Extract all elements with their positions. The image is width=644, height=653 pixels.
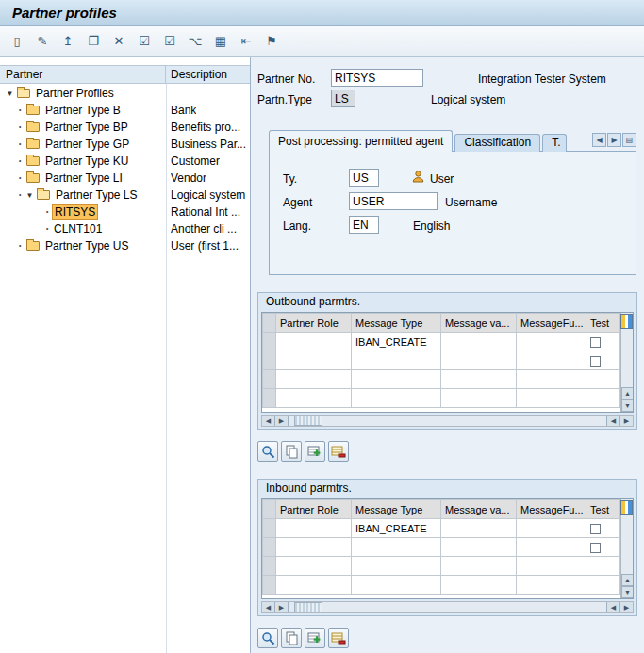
col-partner-role[interactable]: Partner Role [276,314,352,333]
tree-root-partner-profiles[interactable]: ▼ Partner Profiles [0,85,250,102]
outbound-copy-row-button[interactable] [281,441,302,462]
tab-classification[interactable]: Classification [454,134,540,152]
hierarchy-icon[interactable]: ⌥ [186,32,205,51]
scroll-up-icon[interactable]: ▲ [621,387,634,400]
cell-message-function[interactable] [517,519,586,538]
col-message-variant[interactable]: Message va... [441,314,517,333]
tab-telephony[interactable]: T. [542,134,567,152]
scroll-tabs-left-button[interactable]: ◀ [592,133,606,147]
table-row[interactable] [263,576,620,595]
inbound-delete-row-button[interactable] [328,628,349,648]
cell-message-type[interactable]: IBAN_CREATE [352,333,441,351]
table-settings-icon[interactable] [620,314,633,332]
cell-test[interactable] [586,538,620,557]
row-selector[interactable] [263,389,276,408]
cell-test[interactable] [586,351,620,370]
outbound-delete-row-button[interactable] [328,441,349,462]
col-partner-role[interactable]: Partner Role [276,500,352,519]
select-all-cell[interactable] [263,314,276,333]
row-selector[interactable] [263,557,276,576]
col-message-variant[interactable]: Message va... [441,500,517,519]
test-checkbox[interactable] [590,524,601,534]
tree-item-partner-type-ku[interactable]: · Partner Type KU Customer [0,153,250,170]
horizontal-scrollbar[interactable]: ◀ ▶ ◀ ▶ [261,601,634,613]
agent-type-field[interactable] [349,169,379,187]
test-checkbox[interactable] [590,337,601,348]
scroll-down-icon[interactable]: ▼ [621,586,634,598]
cell-test[interactable] [586,333,620,351]
check-consistency-icon[interactable]: ☑ [135,32,154,51]
scroll-tabs-right-button[interactable]: ▶ [607,133,621,147]
horizontal-scrollbar[interactable]: ◀ ▶ ◀ ▶ [261,415,634,427]
table-row[interactable] [263,557,620,576]
scroll-right-icon[interactable]: ▶ [275,416,289,426]
col-message-function[interactable]: MessageFu... [517,500,586,519]
col-message-function[interactable]: MessageFu... [517,314,586,333]
row-selector[interactable] [263,333,276,351]
col-message-type[interactable]: Message Type [352,314,441,333]
row-selector[interactable] [263,519,276,538]
table-row[interactable]: IBAN_CREATE [263,519,620,538]
col-message-type[interactable]: Message Type [352,500,441,519]
scroll-up-icon[interactable]: ▲ [621,574,634,586]
scrollbar-thumb[interactable] [294,602,322,612]
table-row[interactable] [263,370,620,389]
tree-item-ritsys[interactable]: · RITSYS Rational Int ... [0,204,250,220]
collapse-icon[interactable]: ▼ [5,90,15,98]
tree-item-partner-type-li[interactable]: · Partner Type LI Vendor [0,170,250,187]
tree-item-partner-type-ls[interactable]: · ▼ Partner Type LS Logical system [0,187,250,204]
change-icon[interactable]: ✎ [33,32,52,51]
check-agent-icon[interactable]: ☑ [160,32,179,51]
move-up-icon[interactable]: ↥ [58,32,77,51]
scroll-right-icon[interactable]: ▶ [275,602,289,612]
outbound-detail-button[interactable] [257,441,278,462]
scroll-left-icon[interactable]: ◀ [606,602,619,612]
outbound-insert-row-button[interactable] [305,441,325,462]
inbound-copy-row-button[interactable] [281,628,302,648]
test-checkbox[interactable] [590,356,601,367]
note-icon[interactable]: ⚑ [262,32,281,51]
language-field[interactable] [349,216,379,234]
row-selector[interactable] [263,351,276,370]
tree-column-partner[interactable]: Partner [0,66,166,83]
inbound-detail-button[interactable] [257,628,278,648]
tree-item-partner-type-bp[interactable]: · Partner Type BP Benefits pro... [0,119,250,136]
cell-partner-role[interactable] [276,333,352,351]
tree-item-clnt101[interactable]: · CLNT101 Another cli ... [0,220,250,237]
scroll-down-icon[interactable]: ▼ [621,400,634,412]
scroll-right-icon[interactable]: ▶ [619,602,633,612]
cell-test[interactable] [586,519,620,538]
col-test[interactable]: Test [586,314,620,333]
tree-item-partner-type-b[interactable]: · Partner Type B Bank [0,102,250,119]
table-row[interactable] [263,538,620,557]
scroll-left-icon[interactable]: ◀ [262,416,275,426]
cell-message-function[interactable] [517,333,586,351]
agent-field[interactable] [349,192,438,210]
table-settings-icon[interactable] [620,500,633,518]
row-selector[interactable] [263,538,276,557]
tree-column-description[interactable]: Description [166,66,250,83]
inbound-insert-row-button[interactable] [305,628,325,648]
scroll-left-icon[interactable]: ◀ [606,416,619,426]
row-selector[interactable] [263,576,276,595]
select-all-cell[interactable] [263,500,276,519]
collapse-icon[interactable]: ▼ [25,191,35,200]
table-row[interactable]: IBAN_CREATE [263,333,620,351]
table-view-icon[interactable]: ▦ [211,32,230,51]
import-icon[interactable]: ⇤ [237,32,256,51]
cell-message-variant[interactable] [441,333,517,351]
tab-post-processing[interactable]: Post processing: permitted agent [269,130,453,152]
table-row[interactable] [263,389,620,408]
delete-icon[interactable]: ✕ [109,32,128,51]
table-row[interactable] [263,351,620,370]
tree-item-partner-type-gp[interactable]: · Partner Type GP Business Par... [0,136,250,153]
test-checkbox[interactable] [590,543,601,553]
tab-overview-button[interactable]: ▤ [622,133,636,147]
col-test[interactable]: Test [586,500,620,519]
copy-icon[interactable]: ❐ [84,32,103,51]
tree-item-partner-type-us[interactable]: · Partner Type US User (first 1... [0,237,250,254]
scroll-right-icon[interactable]: ▶ [619,416,633,426]
scrollbar-thumb[interactable] [294,416,322,426]
partner-type-field[interactable] [331,90,355,107]
scroll-left-icon[interactable]: ◀ [262,602,275,612]
